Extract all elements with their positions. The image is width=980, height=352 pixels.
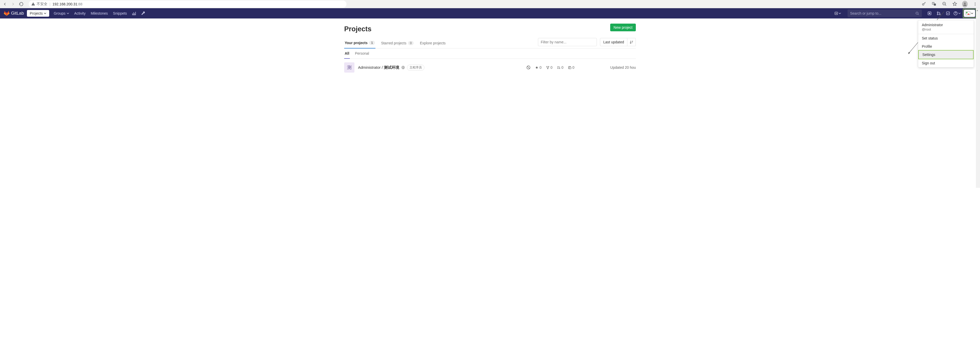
visibility-icon bbox=[401, 66, 405, 69]
gitlab-header: GitLab Projects Groups Activity Mileston… bbox=[0, 8, 980, 18]
search-icon bbox=[915, 11, 919, 15]
groups-dropdown[interactable]: Groups bbox=[51, 11, 72, 15]
menu-icon[interactable] bbox=[972, 1, 978, 7]
svg-point-9 bbox=[916, 12, 918, 14]
scrollbar[interactable] bbox=[976, 8, 980, 188]
gitlab-logo[interactable]: GitLab bbox=[4, 11, 24, 16]
sort-desc-icon bbox=[630, 40, 633, 44]
stars-stat[interactable]: 0 bbox=[535, 66, 541, 70]
user-handle: @root bbox=[922, 27, 970, 31]
projects-dropdown[interactable]: Projects bbox=[27, 10, 49, 17]
sort-dropdown[interactable]: Last updated bbox=[600, 38, 627, 46]
translate-icon[interactable] bbox=[931, 1, 937, 7]
forks-stat[interactable]: 0 bbox=[546, 66, 552, 70]
tab-starred-projects[interactable]: Starred projects 0 bbox=[380, 38, 414, 48]
svg-point-13 bbox=[937, 14, 938, 15]
svg-rect-2 bbox=[934, 3, 935, 6]
search-bar[interactable] bbox=[848, 10, 922, 17]
broken-avatar-icon bbox=[966, 11, 970, 15]
svg-point-23 bbox=[558, 66, 558, 67]
menu-settings-highlight: Settings bbox=[918, 50, 974, 59]
back-button[interactable] bbox=[2, 1, 8, 7]
project-list-item[interactable]: 测 Administrator / 测试环境 主程序员 0 0 bbox=[344, 59, 636, 76]
fork-icon bbox=[546, 66, 549, 69]
subtab-all[interactable]: All bbox=[344, 48, 350, 59]
tab-your-projects[interactable]: Your projects 1 bbox=[344, 38, 375, 48]
todos-icon[interactable] bbox=[944, 10, 951, 17]
forward-button[interactable] bbox=[10, 1, 16, 7]
project-scope-tabs: Your projects 1 Starred projects 0 Explo… bbox=[344, 38, 636, 48]
menu-sign-out[interactable]: Sign out bbox=[918, 59, 974, 67]
role-badge: 主程序员 bbox=[407, 65, 425, 70]
project-owner[interactable]: Administrator bbox=[358, 65, 380, 70]
svg-point-20 bbox=[547, 66, 547, 67]
mrs-stat[interactable]: 0 bbox=[557, 66, 563, 70]
gitlab-brand: GitLab bbox=[11, 11, 24, 16]
wrench-icon[interactable] bbox=[138, 11, 148, 15]
pipeline-status-icon bbox=[527, 66, 530, 70]
analytics-icon[interactable] bbox=[129, 11, 138, 15]
merge-icon bbox=[557, 66, 560, 69]
scrollbar-up-arrow[interactable]: ▴ bbox=[977, 9, 979, 11]
help-icon[interactable] bbox=[954, 10, 961, 17]
page-title: Projects bbox=[344, 25, 372, 33]
menu-set-status[interactable]: Set status bbox=[918, 34, 974, 42]
project-stats: 0 0 0 0 bbox=[527, 66, 574, 70]
svg-point-25 bbox=[559, 68, 560, 69]
new-project-button[interactable]: New project bbox=[610, 24, 636, 31]
browser-toolbar: 不安全 | 192.168.200.31:88 bbox=[0, 0, 980, 8]
user-dropdown-menu: Administrator @root Set status Profile S… bbox=[918, 20, 974, 67]
star-icon[interactable] bbox=[952, 1, 958, 7]
user-menu-highlight bbox=[963, 9, 976, 18]
activity-link[interactable]: Activity bbox=[72, 11, 88, 15]
main-content: Projects New project Your projects 1 Sta… bbox=[344, 18, 636, 81]
user-name: Administrator bbox=[922, 23, 970, 27]
svg-point-14 bbox=[939, 14, 940, 15]
svg-point-22 bbox=[547, 68, 548, 69]
menu-profile[interactable]: Profile bbox=[918, 42, 974, 51]
your-projects-count: 1 bbox=[369, 41, 375, 45]
user-menu-toggle[interactable] bbox=[964, 10, 975, 17]
project-avatar: 测 bbox=[344, 62, 355, 73]
subtab-personal[interactable]: Personal bbox=[355, 48, 369, 59]
svg-point-6 bbox=[975, 3, 976, 4]
sort-direction-button[interactable] bbox=[627, 38, 636, 46]
svg-rect-27 bbox=[569, 67, 571, 69]
project-filter-subtabs: All Personal bbox=[344, 48, 636, 59]
issues-stat[interactable]: 0 bbox=[568, 66, 574, 70]
issues-icon bbox=[568, 66, 571, 69]
user-info: Administrator @root bbox=[918, 20, 974, 34]
zoom-icon[interactable] bbox=[942, 1, 947, 7]
svg-point-4 bbox=[964, 3, 966, 4]
project-updated: Updated 20 hou bbox=[610, 66, 636, 70]
svg-point-11 bbox=[929, 13, 930, 14]
insecure-label: 不安全 bbox=[37, 2, 48, 6]
profile-avatar[interactable] bbox=[962, 1, 968, 7]
svg-point-5 bbox=[975, 3, 976, 3]
issues-icon[interactable] bbox=[926, 10, 933, 17]
plus-dropdown[interactable] bbox=[833, 10, 842, 17]
milestones-link[interactable]: Milestones bbox=[88, 11, 110, 15]
url-host: 192.168.200.31 bbox=[52, 2, 77, 6]
starred-count: 0 bbox=[408, 41, 414, 45]
address-bar[interactable]: 不安全 | 192.168.200.31:88 bbox=[29, 0, 347, 8]
svg-point-12 bbox=[937, 12, 938, 13]
project-repo-name[interactable]: 测试环境 bbox=[384, 65, 399, 70]
snippets-link[interactable]: Snippets bbox=[110, 11, 129, 15]
menu-settings[interactable]: Settings bbox=[919, 51, 973, 59]
merge-requests-icon[interactable] bbox=[935, 10, 942, 17]
svg-point-24 bbox=[558, 68, 558, 69]
insecure-icon bbox=[31, 2, 35, 6]
key-icon[interactable] bbox=[921, 1, 927, 7]
filter-input[interactable] bbox=[538, 38, 597, 46]
svg-point-7 bbox=[975, 5, 976, 6]
url-port: :88 bbox=[77, 2, 82, 6]
star-icon bbox=[535, 66, 538, 69]
project-name: Administrator / 测试环境 主程序员 bbox=[358, 65, 425, 70]
svg-point-21 bbox=[549, 66, 549, 67]
search-input[interactable] bbox=[850, 11, 915, 15]
svg-point-0 bbox=[922, 3, 924, 5]
reload-button[interactable] bbox=[19, 1, 24, 7]
tab-explore-projects[interactable]: Explore projects bbox=[419, 38, 446, 48]
